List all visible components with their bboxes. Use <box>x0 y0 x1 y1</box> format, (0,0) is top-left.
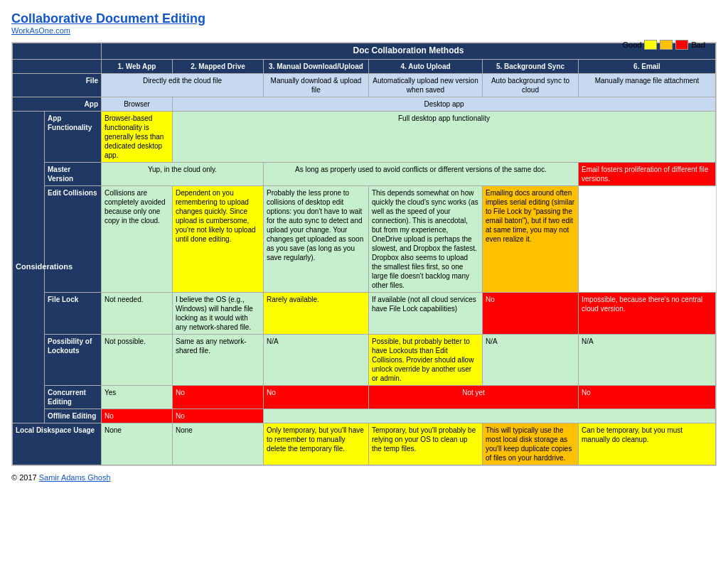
legend-good-label: Good <box>623 40 642 49</box>
main-table-wrapper: Doc Collaboration Methods 1. Web App 2. … <box>11 42 717 466</box>
app-functionality-label: App Functionality <box>45 111 102 162</box>
legend-red <box>675 40 688 50</box>
diskspace-row: Local Diskspace Usage None None Only tem… <box>13 423 716 465</box>
offline-editing-label: Offline Editing <box>45 409 102 423</box>
legend-orange <box>660 40 673 50</box>
col-header-3: 3. Manual Download/Upload <box>264 59 369 73</box>
col-header-4: 4. Auto Upload <box>369 59 483 73</box>
edit-col-cell-5: Emailing docs around often implies seria… <box>483 185 579 292</box>
main-header-spacer <box>13 43 102 60</box>
edit-col-cell-4: This depends somewhat on how quickly the… <box>369 185 483 292</box>
footer-author-link[interactable]: Samir Adams Ghosh <box>39 473 111 482</box>
file-lock-cell-5: No <box>483 292 579 334</box>
concurrent-cell-5: No <box>579 385 716 409</box>
footer-copyright: © 2017 <box>11 473 37 482</box>
page-subtitle: WorkAsOne.com <box>11 26 717 35</box>
app-cell-2: Desktop app <box>173 97 716 111</box>
lockouts-label: Possibility of Lockouts <box>45 334 102 385</box>
edit-collisions-label: Edit Collisions <box>45 185 102 292</box>
concurrent-cell-2: No <box>173 385 264 409</box>
file-lock-cell-1: Not needed. <box>102 292 173 334</box>
app-cell-1: Browser <box>102 97 173 111</box>
file-cell-5: Manually manage file attachment <box>579 73 716 97</box>
app-row-label: App <box>13 97 102 111</box>
file-cell-4: Auto background sync to cloud <box>483 73 579 97</box>
concurrent-editing-row: Concurrent Editing Yes No No Not yet No <box>13 385 716 409</box>
col-header-1: 1. Web App <box>102 59 173 73</box>
app-func-cell-2: Full desktop app functionality <box>173 111 716 162</box>
lockouts-cell-6: N/A <box>579 334 716 385</box>
footer: © 2017 Samir Adams Ghosh <box>11 473 717 482</box>
concurrent-cell-4: Not yet <box>369 385 579 409</box>
file-lock-cell-3: Rarely available. <box>264 292 369 334</box>
file-lock-label: File Lock <box>45 292 102 334</box>
app-func-cell-1: Browser-based functionality is generally… <box>102 111 173 162</box>
file-lock-row: File Lock Not needed. I believe the OS (… <box>13 292 716 334</box>
considerations-label: Considerations <box>13 111 45 423</box>
edit-collisions-row: Edit Collisions Collisions are completel… <box>13 185 716 292</box>
file-row-label: File <box>13 73 102 97</box>
file-cell-3: Automatically upload new version when sa… <box>369 73 483 97</box>
file-cell-2: Manually download & upload file <box>264 73 369 97</box>
lockouts-row: Possibility of Lockouts Not possible. Sa… <box>13 334 716 385</box>
lockouts-cell-5: N/A <box>483 334 579 385</box>
file-lock-cell-4: If available (not all cloud services hav… <box>369 292 483 334</box>
master-version-row: Master Version Yup, in the cloud only. A… <box>13 162 716 185</box>
col-header-6: 6. Email <box>579 59 716 73</box>
file-row: File Directly edit the cloud file Manual… <box>13 73 716 97</box>
offline-editing-row: Offline Editing No No <box>13 409 716 423</box>
file-lock-cell-6: Impossible, because there's no central c… <box>579 292 716 334</box>
concurrent-editing-label: Concurrent Editing <box>45 385 102 409</box>
edit-col-cell-1: Collisions are completely avoided becaus… <box>102 185 173 292</box>
app-functionality-row: Considerations App Functionality Browser… <box>13 111 716 162</box>
legend: Good Bad <box>623 40 706 50</box>
master-version-cell-2: As long as properly used to avoid confli… <box>264 162 579 185</box>
master-version-label: Master Version <box>45 162 102 185</box>
lockouts-cell-2: Same as any network-shared file. <box>173 334 264 385</box>
concurrent-cell-3: No <box>264 385 369 409</box>
diskspace-cell-3: Only temporary, but you'll have to remem… <box>264 423 369 465</box>
diskspace-label: Local Diskspace Usage <box>13 423 102 465</box>
lockouts-cell-3: N/A <box>264 334 369 385</box>
diskspace-cell-4: Temporary, but you'll probably be relyin… <box>369 423 483 465</box>
comparison-table: Doc Collaboration Methods 1. Web App 2. … <box>12 43 716 465</box>
diskspace-cell-6: Can be temporary, but you must manually … <box>579 423 716 465</box>
edit-col-cell-2: Dependent on you remembering to upload c… <box>173 185 264 292</box>
master-version-cell-3: Email fosters proliferation of different… <box>579 162 716 185</box>
diskspace-cell-5: This will typically use the most local d… <box>483 423 579 465</box>
file-lock-cell-2: I believe the OS (e.g., Windows) will ha… <box>173 292 264 334</box>
offline-cell-1: No <box>102 409 173 423</box>
legend-yellow <box>644 40 657 50</box>
concurrent-cell-1: Yes <box>102 385 173 409</box>
col-header-5: 5. Background Sync <box>483 59 579 73</box>
offline-cell-2: No <box>173 409 264 423</box>
edit-col-cell-3: Probably the less prone to collisions of… <box>264 185 369 292</box>
col-header-spacer <box>13 59 102 73</box>
master-version-cell-1: Yup, in the cloud only. <box>102 162 264 185</box>
legend-bad-label: Bad <box>691 40 705 49</box>
diskspace-cell-1: None <box>102 423 173 465</box>
page-title: Collaborative Document Editing <box>11 11 717 26</box>
diskspace-cell-2: None <box>173 423 264 465</box>
page-header: Collaborative Document Editing WorkAsOne… <box>11 11 717 35</box>
col-header-2: 2. Mapped Drive <box>173 59 264 73</box>
lockouts-cell-1: Not possible. <box>102 334 173 385</box>
offline-cell-3 <box>264 409 716 423</box>
file-cell-1: Directly edit the cloud file <box>102 73 264 97</box>
app-row: App Browser Desktop app <box>13 97 716 111</box>
lockouts-cell-4: Possible, but probably better to have Lo… <box>369 334 483 385</box>
